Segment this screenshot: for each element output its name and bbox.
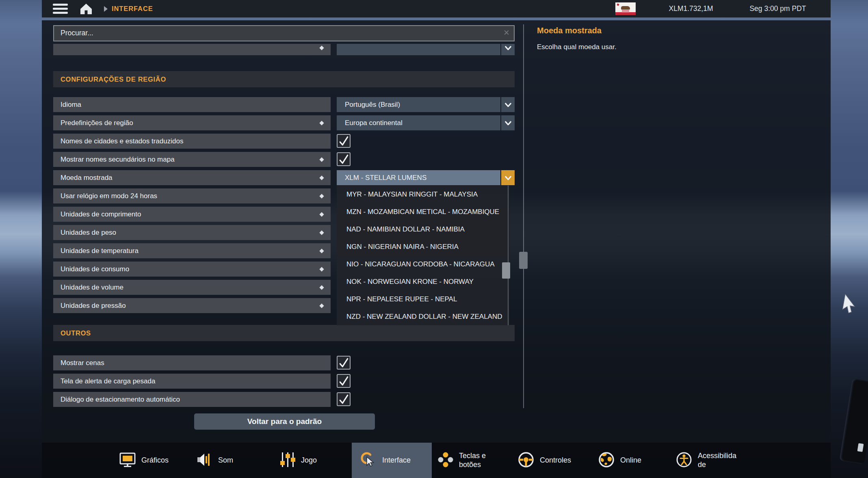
dropdown-scrollbar-thumb[interactable] [502, 262, 510, 279]
dropdown[interactable]: Português (Brasil) [337, 97, 500, 112]
row-label[interactable]: Unidades de comprimento [53, 207, 331, 222]
flag-stripe [615, 12, 636, 15]
row-label-text: Nomes de cidades e estados traduzidos [61, 137, 183, 145]
flag-motto [622, 11, 629, 11]
chevron-down-icon[interactable] [501, 115, 515, 130]
dropdown-scrollbar-track[interactable] [508, 186, 509, 325]
cursor-icon [360, 451, 377, 470]
row-label-text: Unidades de peso [61, 229, 116, 236]
diamond-marker-icon [319, 285, 324, 290]
row-label-text: Mostrar cenas [61, 359, 104, 367]
settings-row: IdiomaPortuguês (Brasil) [53, 97, 515, 112]
others-rows: Mostrar cenasTela de alerta de carga pes… [53, 355, 515, 407]
row-label[interactable]: Unidades de temperatura [53, 243, 331, 258]
search-placeholder: Procurar... [61, 29, 93, 37]
checkbox[interactable] [337, 392, 351, 406]
tab-interface[interactable]: Interface [360, 443, 411, 478]
dropdown-option[interactable]: NOK - NORWEGIAN KRONE - NORWAY [337, 273, 509, 290]
panel-scrollbar-track[interactable] [523, 24, 524, 408]
section-header-others: OUTROS [53, 325, 515, 341]
row-label[interactable]: Nomes de cidades e estados traduzidos [53, 134, 331, 149]
dropdown-value: Português (Brasil) [345, 101, 400, 108]
clear-search-icon[interactable]: ✕ [503, 28, 510, 37]
row-label[interactable]: Mostrar cenas [53, 355, 331, 370]
diamond-marker-icon [319, 175, 324, 180]
diamond-marker-icon [319, 194, 324, 198]
globe-icon [598, 451, 615, 470]
row-label-text: Unidades de consumo [61, 265, 129, 273]
checkbox[interactable] [337, 134, 351, 148]
row-label[interactable]: Moeda mostrada [53, 170, 331, 185]
dropdown-option[interactable]: NGN - NIGERIAN NAIRA - NIGERIA [337, 238, 509, 255]
row-label[interactable]: Unidades de pressão [53, 298, 331, 313]
dropdown-option[interactable]: MZN - MOZAMBICAN METICAL - MOZAMBIQUE [337, 203, 509, 221]
row-label-text: Mostrar nomes secundários no mapa [61, 156, 175, 163]
tab-jogo[interactable]: Jogo [279, 443, 317, 478]
diamond-marker-icon [319, 45, 324, 50]
flag-star [617, 3, 619, 6]
info-panel-description: Escolha qual moeda usar. [537, 43, 617, 51]
tab-online[interactable]: Online [598, 443, 641, 478]
dropdown-option[interactable]: MYR - MALAYSIAN RINGGIT - MALAYSIA [337, 186, 509, 203]
tab-label: Gráficos [141, 456, 169, 465]
row-label-text: Unidades de volume [61, 283, 123, 291]
checkbox[interactable] [337, 374, 351, 388]
menu-icon[interactable] [53, 4, 68, 14]
settings-row: Mostrar nomes secundários no mapa [53, 152, 515, 167]
dropdown-option[interactable]: NAD - NAMIBIAN DOLLAR - NAMIBIA [337, 221, 509, 238]
monitor-icon [119, 452, 136, 469]
dropdown[interactable]: XLM - STELLAR LUMENS [337, 170, 500, 185]
panel-scrollbar-thumb[interactable] [519, 252, 528, 269]
dropdown[interactable] [337, 44, 500, 55]
diamond-marker-icon [319, 157, 324, 162]
row-label[interactable]: Tela de alerta de carga pesada [53, 374, 331, 389]
checkbox[interactable] [337, 152, 351, 166]
dropdown[interactable]: Europa continental [337, 115, 500, 130]
tab-graficos[interactable]: Gráficos [119, 443, 169, 478]
row-label[interactable]: Predefinições de região [53, 115, 331, 130]
search-box[interactable]: Procurar... ✕ [53, 25, 515, 41]
california-flag-icon [615, 2, 636, 15]
tab-teclas-e-botoes[interactable]: Teclas e botões [437, 443, 498, 478]
row-label-text: Usar relógio em modo 24 horas [61, 192, 157, 200]
currency-options: MYR - MALAYSIAN RINGGIT - MALAYSIAMZN - … [337, 186, 509, 325]
row-label[interactable]: Mostrar nomes secundários no mapa [53, 152, 331, 167]
diamond-marker-icon [319, 249, 324, 253]
row-label-text: Unidades de temperatura [61, 247, 139, 255]
home-icon[interactable] [79, 2, 93, 17]
row-label[interactable]: Unidades de consumo [53, 262, 331, 277]
dropdown-value: Europa continental [345, 119, 403, 127]
chevron-down-icon[interactable] [501, 170, 515, 185]
diamond-marker-icon [319, 212, 324, 216]
row-label[interactable]: Unidades de volume [53, 280, 331, 295]
breadcrumb: INTERFACE [112, 5, 153, 13]
settings-panel: Procurar... ✕ CONFIGURAÇÕES DE REGIÃO Id… [42, 20, 831, 443]
dropdown-option[interactable]: NIO - NICARAGUAN CORDOBA - NICARAGUA [337, 255, 509, 273]
settings-row: Moeda mostradaXLM - STELLAR LUMENS [53, 170, 515, 185]
accessibility-icon [675, 451, 693, 470]
flag-bear [621, 6, 630, 10]
tab-controles[interactable]: Controles [517, 443, 571, 478]
row-label[interactable] [53, 44, 331, 55]
reset-defaults-button[interactable]: Voltar para o padrão [194, 413, 375, 430]
row-label-text: Idioma [61, 101, 81, 108]
tab-label: Som [218, 456, 233, 465]
checkbox[interactable] [337, 356, 351, 370]
row-label[interactable]: Usar relógio em modo 24 horas [53, 188, 331, 203]
dropdown-option[interactable]: NPR - NEPALESE RUPEE - NEPAL [337, 290, 509, 308]
tab-label: Acessibilidade [698, 452, 740, 469]
row-label[interactable]: Idioma [53, 97, 331, 112]
speaker-icon [197, 452, 213, 469]
player-money: XLM1.732,1M [665, 4, 717, 13]
dropdown-option[interactable]: NZD - NEW ZEALAND DOLLAR - NEW ZEALAND [337, 308, 509, 325]
tab-label: Online [620, 456, 641, 465]
row-label-text: Predefinições de região [61, 119, 133, 127]
tab-som[interactable]: Som [197, 443, 233, 478]
settings-row: Mostrar cenas [53, 355, 515, 370]
row-label[interactable]: Diálogo de estacionamento automático [53, 392, 331, 407]
chevron-down-icon[interactable] [501, 97, 515, 112]
tab-acessibilidade[interactable]: Acessibilidade [675, 443, 740, 478]
chevron-down-icon[interactable] [501, 44, 515, 55]
settings-row: Tela de alerta de carga pesada [53, 374, 515, 389]
row-label[interactable]: Unidades de peso [53, 225, 331, 240]
